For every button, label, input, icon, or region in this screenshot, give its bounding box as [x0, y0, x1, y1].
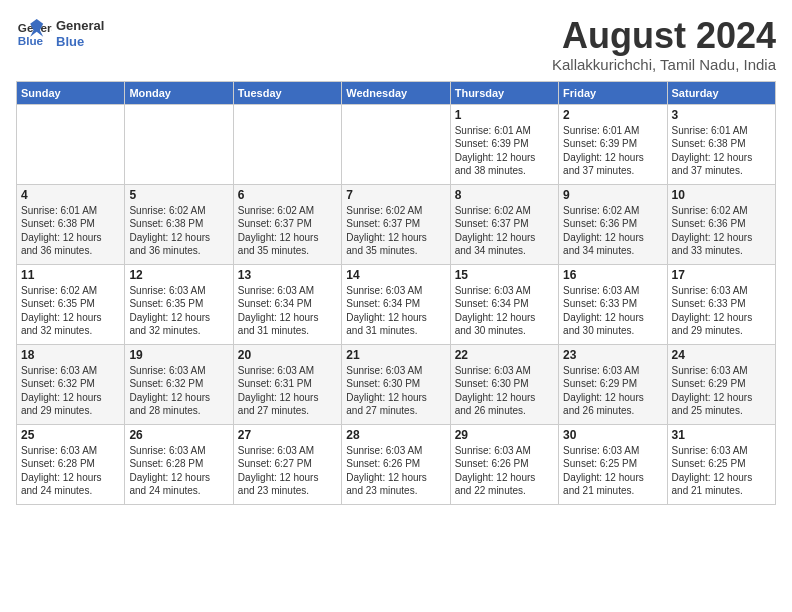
calendar-cell: 13Sunrise: 6:03 AMSunset: 6:34 PMDayligh…	[233, 264, 341, 344]
day-header-monday: Monday	[125, 81, 233, 104]
calendar-week-row: 11Sunrise: 6:02 AMSunset: 6:35 PMDayligh…	[17, 264, 776, 344]
calendar-cell: 22Sunrise: 6:03 AMSunset: 6:30 PMDayligh…	[450, 344, 558, 424]
day-info: Sunrise: 6:03 AMSunset: 6:25 PMDaylight:…	[672, 444, 771, 498]
day-number: 3	[672, 108, 771, 122]
calendar-cell: 4Sunrise: 6:01 AMSunset: 6:38 PMDaylight…	[17, 184, 125, 264]
day-number: 11	[21, 268, 120, 282]
day-info: Sunrise: 6:03 AMSunset: 6:34 PMDaylight:…	[238, 284, 337, 338]
day-header-wednesday: Wednesday	[342, 81, 450, 104]
day-number: 6	[238, 188, 337, 202]
day-info: Sunrise: 6:02 AMSunset: 6:37 PMDaylight:…	[346, 204, 445, 258]
logo-icon: General Blue	[16, 16, 52, 52]
title-section: August 2024 Kallakkurichchi, Tamil Nadu,…	[552, 16, 776, 73]
day-number: 1	[455, 108, 554, 122]
calendar-cell: 16Sunrise: 6:03 AMSunset: 6:33 PMDayligh…	[559, 264, 667, 344]
calendar-cell: 15Sunrise: 6:03 AMSunset: 6:34 PMDayligh…	[450, 264, 558, 344]
day-number: 17	[672, 268, 771, 282]
day-number: 19	[129, 348, 228, 362]
logo-text-general: General	[56, 18, 104, 34]
calendar-cell: 28Sunrise: 6:03 AMSunset: 6:26 PMDayligh…	[342, 424, 450, 504]
calendar-cell: 9Sunrise: 6:02 AMSunset: 6:36 PMDaylight…	[559, 184, 667, 264]
calendar-week-row: 4Sunrise: 6:01 AMSunset: 6:38 PMDaylight…	[17, 184, 776, 264]
calendar-cell: 17Sunrise: 6:03 AMSunset: 6:33 PMDayligh…	[667, 264, 775, 344]
day-info: Sunrise: 6:02 AMSunset: 6:36 PMDaylight:…	[672, 204, 771, 258]
day-info: Sunrise: 6:01 AMSunset: 6:38 PMDaylight:…	[21, 204, 120, 258]
calendar-cell: 5Sunrise: 6:02 AMSunset: 6:38 PMDaylight…	[125, 184, 233, 264]
day-info: Sunrise: 6:03 AMSunset: 6:32 PMDaylight:…	[21, 364, 120, 418]
calendar-cell: 20Sunrise: 6:03 AMSunset: 6:31 PMDayligh…	[233, 344, 341, 424]
logo: General Blue General Blue	[16, 16, 104, 52]
calendar-week-row: 18Sunrise: 6:03 AMSunset: 6:32 PMDayligh…	[17, 344, 776, 424]
day-info: Sunrise: 6:02 AMSunset: 6:37 PMDaylight:…	[238, 204, 337, 258]
day-number: 29	[455, 428, 554, 442]
day-number: 16	[563, 268, 662, 282]
calendar-cell: 21Sunrise: 6:03 AMSunset: 6:30 PMDayligh…	[342, 344, 450, 424]
day-number: 5	[129, 188, 228, 202]
calendar-table: SundayMondayTuesdayWednesdayThursdayFrid…	[16, 81, 776, 505]
day-info: Sunrise: 6:03 AMSunset: 6:30 PMDaylight:…	[346, 364, 445, 418]
day-info: Sunrise: 6:03 AMSunset: 6:26 PMDaylight:…	[455, 444, 554, 498]
calendar-cell: 7Sunrise: 6:02 AMSunset: 6:37 PMDaylight…	[342, 184, 450, 264]
calendar-cell: 27Sunrise: 6:03 AMSunset: 6:27 PMDayligh…	[233, 424, 341, 504]
day-info: Sunrise: 6:03 AMSunset: 6:34 PMDaylight:…	[346, 284, 445, 338]
calendar-cell: 25Sunrise: 6:03 AMSunset: 6:28 PMDayligh…	[17, 424, 125, 504]
calendar-cell: 31Sunrise: 6:03 AMSunset: 6:25 PMDayligh…	[667, 424, 775, 504]
day-number: 12	[129, 268, 228, 282]
calendar-cell: 11Sunrise: 6:02 AMSunset: 6:35 PMDayligh…	[17, 264, 125, 344]
day-info: Sunrise: 6:03 AMSunset: 6:26 PMDaylight:…	[346, 444, 445, 498]
day-info: Sunrise: 6:02 AMSunset: 6:35 PMDaylight:…	[21, 284, 120, 338]
day-number: 28	[346, 428, 445, 442]
day-number: 27	[238, 428, 337, 442]
calendar-cell: 3Sunrise: 6:01 AMSunset: 6:38 PMDaylight…	[667, 104, 775, 184]
day-info: Sunrise: 6:03 AMSunset: 6:25 PMDaylight:…	[563, 444, 662, 498]
day-number: 23	[563, 348, 662, 362]
calendar-cell: 18Sunrise: 6:03 AMSunset: 6:32 PMDayligh…	[17, 344, 125, 424]
day-number: 8	[455, 188, 554, 202]
calendar-header-row: SundayMondayTuesdayWednesdayThursdayFrid…	[17, 81, 776, 104]
day-number: 25	[21, 428, 120, 442]
main-title: August 2024	[552, 16, 776, 56]
day-number: 10	[672, 188, 771, 202]
day-number: 24	[672, 348, 771, 362]
day-info: Sunrise: 6:03 AMSunset: 6:29 PMDaylight:…	[672, 364, 771, 418]
day-number: 14	[346, 268, 445, 282]
calendar-cell: 8Sunrise: 6:02 AMSunset: 6:37 PMDaylight…	[450, 184, 558, 264]
day-number: 18	[21, 348, 120, 362]
day-number: 13	[238, 268, 337, 282]
day-number: 7	[346, 188, 445, 202]
calendar-cell	[342, 104, 450, 184]
day-info: Sunrise: 6:03 AMSunset: 6:35 PMDaylight:…	[129, 284, 228, 338]
day-info: Sunrise: 6:01 AMSunset: 6:39 PMDaylight:…	[455, 124, 554, 178]
day-info: Sunrise: 6:03 AMSunset: 6:29 PMDaylight:…	[563, 364, 662, 418]
day-info: Sunrise: 6:03 AMSunset: 6:32 PMDaylight:…	[129, 364, 228, 418]
day-header-sunday: Sunday	[17, 81, 125, 104]
day-number: 30	[563, 428, 662, 442]
day-number: 4	[21, 188, 120, 202]
calendar-body: 1Sunrise: 6:01 AMSunset: 6:39 PMDaylight…	[17, 104, 776, 504]
calendar-week-row: 25Sunrise: 6:03 AMSunset: 6:28 PMDayligh…	[17, 424, 776, 504]
day-number: 31	[672, 428, 771, 442]
day-number: 20	[238, 348, 337, 362]
calendar-cell: 12Sunrise: 6:03 AMSunset: 6:35 PMDayligh…	[125, 264, 233, 344]
day-info: Sunrise: 6:03 AMSunset: 6:34 PMDaylight:…	[455, 284, 554, 338]
calendar-cell: 23Sunrise: 6:03 AMSunset: 6:29 PMDayligh…	[559, 344, 667, 424]
header: General Blue General Blue August 2024 Ka…	[16, 16, 776, 73]
day-info: Sunrise: 6:03 AMSunset: 6:28 PMDaylight:…	[129, 444, 228, 498]
calendar-cell: 1Sunrise: 6:01 AMSunset: 6:39 PMDaylight…	[450, 104, 558, 184]
day-info: Sunrise: 6:01 AMSunset: 6:38 PMDaylight:…	[672, 124, 771, 178]
day-info: Sunrise: 6:02 AMSunset: 6:36 PMDaylight:…	[563, 204, 662, 258]
day-info: Sunrise: 6:03 AMSunset: 6:27 PMDaylight:…	[238, 444, 337, 498]
calendar-cell: 30Sunrise: 6:03 AMSunset: 6:25 PMDayligh…	[559, 424, 667, 504]
day-info: Sunrise: 6:03 AMSunset: 6:28 PMDaylight:…	[21, 444, 120, 498]
day-info: Sunrise: 6:02 AMSunset: 6:37 PMDaylight:…	[455, 204, 554, 258]
day-info: Sunrise: 6:03 AMSunset: 6:31 PMDaylight:…	[238, 364, 337, 418]
calendar-cell: 26Sunrise: 6:03 AMSunset: 6:28 PMDayligh…	[125, 424, 233, 504]
calendar-cell: 19Sunrise: 6:03 AMSunset: 6:32 PMDayligh…	[125, 344, 233, 424]
day-number: 22	[455, 348, 554, 362]
day-number: 15	[455, 268, 554, 282]
subtitle: Kallakkurichchi, Tamil Nadu, India	[552, 56, 776, 73]
calendar-cell: 6Sunrise: 6:02 AMSunset: 6:37 PMDaylight…	[233, 184, 341, 264]
day-number: 2	[563, 108, 662, 122]
calendar-cell	[125, 104, 233, 184]
calendar-cell: 10Sunrise: 6:02 AMSunset: 6:36 PMDayligh…	[667, 184, 775, 264]
